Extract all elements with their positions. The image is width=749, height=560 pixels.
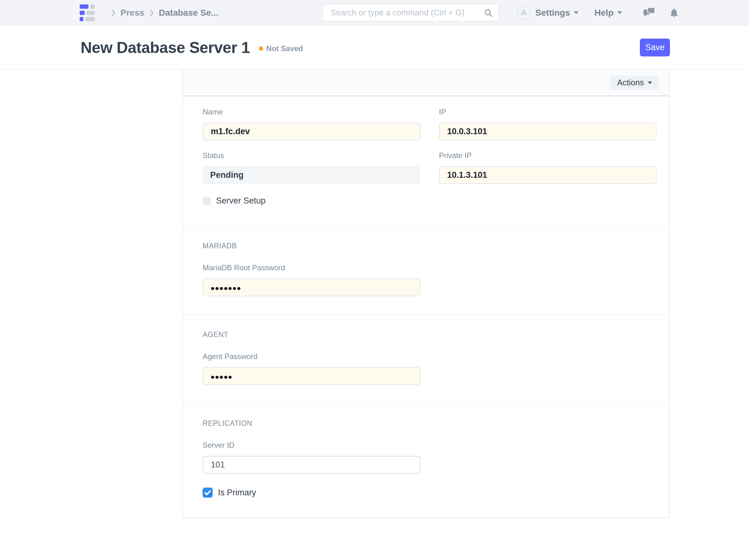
navbar: Press Database Se... A Settings Help	[0, 0, 749, 26]
field-server-id: Server ID	[202, 441, 420, 474]
server-id-label: Server ID	[202, 441, 420, 450]
search-input[interactable]	[322, 4, 499, 22]
field-server-setup: Server Setup	[202, 196, 657, 206]
breadcrumb-chevron-icon	[147, 8, 156, 18]
replication-section-heading: REPLICATION	[202, 419, 657, 428]
ip-input[interactable]	[439, 123, 657, 141]
avatar-letter: A	[521, 8, 527, 17]
unsaved-indicator-dot	[259, 46, 263, 51]
mariadb-section-heading: MARIADB	[202, 242, 657, 250]
unsaved-status-label: Not Saved	[266, 44, 303, 53]
actions-button-label: Actions	[617, 78, 644, 87]
field-status: Status Pending	[202, 151, 420, 184]
search-icon	[483, 8, 493, 18]
chat-icon[interactable]	[642, 7, 656, 19]
chevron-down-icon	[648, 82, 652, 84]
is-primary-checkbox[interactable]	[202, 488, 213, 498]
agent-section-heading: AGENT	[202, 330, 657, 339]
chevron-down-icon	[617, 11, 622, 14]
section-mariadb: MARIADB MariaDB Root Password	[183, 226, 669, 315]
mariadb-root-password-label: MariaDB Root Password	[202, 263, 420, 272]
server-setup-label: Server Setup	[216, 196, 266, 206]
global-search	[322, 4, 499, 22]
form-container: Actions Name IP Status Pending	[182, 70, 669, 518]
mariadb-root-password-input[interactable]	[202, 278, 420, 296]
status-value: Pending	[202, 166, 420, 184]
section-replication: REPLICATION Server ID Is Primary	[183, 404, 669, 518]
avatar[interactable]: A	[517, 6, 530, 19]
settings-menu[interactable]: Settings	[535, 8, 579, 18]
field-is-primary: Is Primary	[202, 488, 657, 498]
app-logo[interactable]	[80, 4, 95, 21]
form-page-body: Actions Name IP Status Pending	[0, 70, 749, 518]
is-primary-label: Is Primary	[218, 488, 256, 498]
ip-label: IP	[439, 108, 657, 116]
field-ip: IP	[439, 108, 657, 141]
field-agent-password: Agent Password	[202, 352, 420, 385]
field-name: Name	[202, 108, 420, 141]
name-label: Name	[202, 108, 420, 116]
agent-password-input[interactable]	[202, 367, 420, 385]
private-ip-input[interactable]	[439, 166, 657, 184]
help-menu-label: Help	[594, 8, 614, 18]
server-id-input[interactable]	[202, 456, 420, 474]
name-input[interactable]	[202, 123, 420, 141]
breadcrumb-item-press[interactable]: Press	[121, 8, 144, 18]
form-toolbar: Actions	[183, 70, 669, 96]
notifications-bell-icon[interactable]	[669, 6, 679, 19]
breadcrumb-item-database-servers[interactable]: Database Se...	[159, 8, 218, 18]
agent-password-label: Agent Password	[202, 352, 420, 361]
navbar-right-group: A Settings Help	[517, 6, 679, 19]
settings-menu-label: Settings	[535, 8, 570, 18]
page-head: New Database Server 1 Not Saved Save	[0, 26, 749, 70]
section-agent: AGENT Agent Password	[183, 315, 669, 404]
field-mariadb-root-password: MariaDB Root Password	[202, 263, 420, 296]
private-ip-label: Private IP	[439, 151, 657, 160]
page-title: New Database Server 1	[81, 39, 250, 57]
save-button[interactable]: Save	[640, 39, 670, 57]
status-label: Status	[202, 151, 420, 160]
chevron-down-icon	[574, 11, 579, 14]
server-setup-checkbox	[202, 197, 211, 205]
field-private-ip: Private IP	[439, 151, 657, 184]
section-overview: Name IP Status Pending Private IP	[183, 96, 669, 226]
actions-button[interactable]: Actions	[611, 76, 659, 90]
help-menu[interactable]: Help	[594, 8, 622, 18]
breadcrumb-chevron-icon	[108, 8, 118, 18]
